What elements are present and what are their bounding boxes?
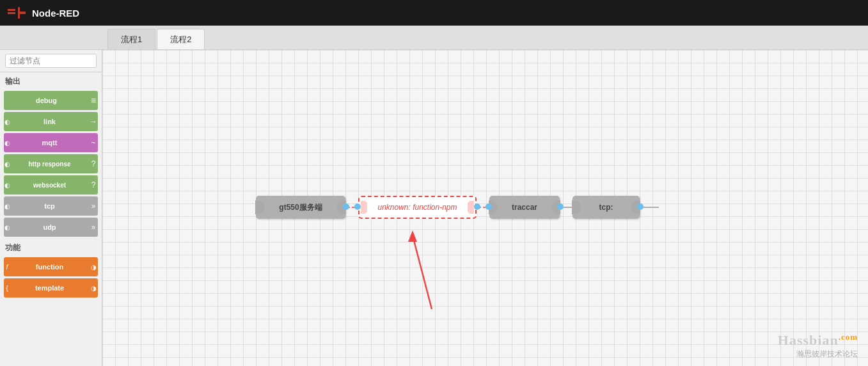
watermark: Hassbian.com 瀚思彼岸技术论坛 xyxy=(778,332,858,360)
sidebar: 输出 debug ≡ ◐ link → ◐ mqtt ~ ◐ http resp… xyxy=(0,50,102,366)
svg-rect-0 xyxy=(8,9,15,11)
port-dot-tcp-right xyxy=(637,203,643,210)
node-tcp-canvas[interactable]: tcp: xyxy=(572,196,640,219)
tab-flow2[interactable]: 流程2 xyxy=(157,29,205,49)
node-function[interactable]: f function ◑ xyxy=(4,257,98,276)
svg-marker-9 xyxy=(408,230,417,242)
port-left-tcp xyxy=(572,200,581,214)
node-httpresponse[interactable]: ◐ http response ? xyxy=(4,154,98,173)
port-dot-gt550-right xyxy=(343,203,349,210)
node-udp[interactable]: ◐ udp » xyxy=(4,218,98,237)
node-gt550[interactable]: gt550服务端 xyxy=(256,196,345,219)
section-title-output: 输出 xyxy=(0,72,102,89)
app-title: Node-RED xyxy=(32,8,79,19)
topbar: Node-RED xyxy=(0,0,868,26)
node-template[interactable]: { template ◑ xyxy=(4,278,98,298)
node-traccar[interactable]: traccar xyxy=(489,196,560,219)
svg-rect-3 xyxy=(18,12,26,14)
svg-line-8 xyxy=(413,235,432,309)
main-layout: 输出 debug ≡ ◐ link → ◐ mqtt ~ ◐ http resp… xyxy=(0,50,868,366)
filter-input[interactable] xyxy=(5,54,97,68)
node-link[interactable]: ◐ link → xyxy=(4,112,98,131)
annotation-arrow xyxy=(377,229,454,312)
svg-rect-1 xyxy=(8,12,15,14)
node-mqtt[interactable]: ◐ mqtt ~ xyxy=(4,133,98,152)
filter-area xyxy=(0,50,102,72)
port-dot-unknown-left xyxy=(354,203,361,210)
section-title-function: 功能 xyxy=(0,239,102,255)
tabbar: 流程1 流程2 xyxy=(0,26,868,50)
port-left-gt550 xyxy=(255,200,264,214)
port-dot-traccar-left xyxy=(485,203,492,210)
node-websocket[interactable]: ◐ websocket ? xyxy=(4,175,98,195)
watermark-title: Hassbian.com xyxy=(778,332,858,349)
canvas[interactable]: gt550服务端 unknown: function-npm traccar xyxy=(102,50,868,366)
node-tcp[interactable]: ◐ tcp » xyxy=(4,196,98,216)
port-dot-unknown-right xyxy=(474,203,480,210)
node-unknown-function-npm[interactable]: unknown: function-npm xyxy=(358,196,477,219)
port-dot-traccar-right xyxy=(557,203,564,210)
tab-flow1[interactable]: 流程1 xyxy=(107,29,155,49)
node-debug[interactable]: debug ≡ xyxy=(4,91,98,110)
logo-icon xyxy=(8,7,26,19)
watermark-subtitle: 瀚思彼岸技术论坛 xyxy=(778,349,858,360)
